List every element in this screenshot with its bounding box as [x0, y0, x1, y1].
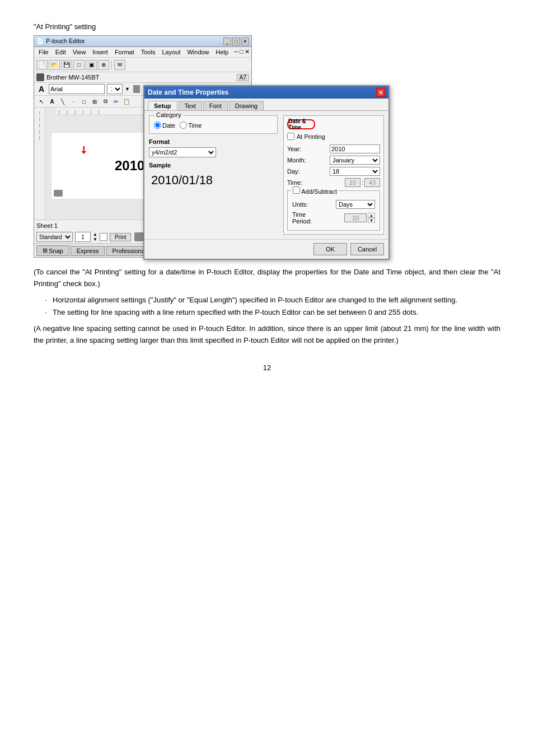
- win-max-btn[interactable]: □: [240, 48, 243, 56]
- tab-setup[interactable]: Setup: [148, 101, 177, 110]
- rect-tool[interactable]: □: [79, 97, 89, 106]
- red-arrow: ➘: [76, 143, 91, 157]
- period-down[interactable]: ▼: [368, 218, 375, 223]
- time-period-row: Time Period: ▲ ▼: [292, 211, 375, 225]
- snap-icon: ⊞: [43, 247, 48, 254]
- win-min-btn[interactable]: ─: [234, 48, 238, 56]
- sample-section: Sample 2010/01/18: [149, 162, 278, 191]
- font-size-select[interactable]: 18: [107, 84, 123, 94]
- add-subtract-box: Add/Subtract Units: Days Time Period:: [287, 190, 380, 231]
- dialog-right: Date & Time At Printing Year: Month: Jan…: [283, 115, 384, 235]
- time-radio[interactable]: Time: [180, 122, 202, 129]
- ok-button[interactable]: OK: [313, 243, 347, 255]
- express-tab[interactable]: Express: [71, 246, 105, 256]
- snap-tab[interactable]: ⊞ Snap: [36, 245, 69, 256]
- menu-insert[interactable]: Insert: [91, 48, 109, 56]
- tab-text[interactable]: Text: [179, 101, 202, 110]
- checkbox-icon[interactable]: [100, 233, 107, 241]
- month-select[interactable]: January: [330, 156, 380, 165]
- dialog-close-btn[interactable]: ✕: [376, 88, 385, 97]
- day-label: Day:: [287, 168, 315, 175]
- separator-icon: [133, 85, 140, 93]
- dialog-body: Category Date Time: [144, 111, 388, 239]
- open-btn[interactable]: 📂: [49, 60, 60, 70]
- menu-tools[interactable]: Tools: [140, 48, 157, 56]
- category-group: Category Date Time: [149, 115, 278, 134]
- restore-btn[interactable]: □: [232, 38, 240, 45]
- time-colon: :: [362, 179, 363, 186]
- tab-font[interactable]: Font: [203, 101, 228, 110]
- left-panel: | | | | |: [34, 108, 45, 220]
- year-label: Year:: [287, 146, 315, 152]
- year-row: Year:: [287, 144, 380, 153]
- menu-file[interactable]: File: [38, 48, 50, 56]
- date-radio[interactable]: Date: [154, 122, 175, 129]
- mail-btn[interactable]: ✉: [114, 60, 125, 70]
- units-select[interactable]: Days: [336, 200, 375, 209]
- time-hour[interactable]: [345, 178, 360, 187]
- paste-tool[interactable]: 📋: [121, 97, 132, 106]
- win-close-btn[interactable]: ✕: [245, 48, 250, 56]
- text-tool[interactable]: A: [47, 97, 57, 106]
- year-input[interactable]: [330, 144, 380, 153]
- dialog-tabs: Setup Text Font Drawing: [144, 99, 388, 111]
- app-window: 📄 P-touch Editor _ □ ✕ File Edit View In…: [34, 35, 252, 258]
- grid-tool[interactable]: ⊞: [90, 97, 100, 106]
- time-row: Time: :: [287, 178, 380, 187]
- tool-box3[interactable]: ⊕: [98, 60, 109, 70]
- menu-layout[interactable]: Layout: [161, 48, 181, 56]
- at-printing-label: At Printing: [297, 133, 325, 140]
- new-btn[interactable]: 📄: [36, 60, 48, 70]
- menu-view[interactable]: View: [72, 48, 87, 56]
- format-section: Format y4/m2/d2: [149, 138, 278, 157]
- category-radios: Date Time: [154, 122, 273, 129]
- time-period-input[interactable]: [344, 213, 367, 222]
- cut-tool[interactable]: ✂: [111, 97, 121, 106]
- line-tool[interactable]: ╲: [58, 97, 68, 106]
- copies-input[interactable]: [75, 232, 91, 242]
- cancel-button[interactable]: Cancel: [350, 243, 384, 255]
- format-select[interactable]: y4/m2/d2: [149, 147, 216, 157]
- menu-edit[interactable]: Edit: [54, 48, 67, 56]
- cursor-tool[interactable]: ↖: [36, 97, 46, 106]
- font-dropdown-btn[interactable]: ▼: [125, 86, 130, 92]
- at-printing-checkbox[interactable]: [287, 133, 294, 140]
- tool-sep1: [111, 60, 112, 69]
- main-toolbar: 📄 📂 💾 □ ▣ ⊕ ✉: [34, 58, 251, 72]
- date-time-dialog[interactable]: Date and Time Properties ✕ Setup Text Fo…: [143, 85, 390, 260]
- tool-box1[interactable]: □: [73, 60, 85, 70]
- menu-format[interactable]: Format: [114, 48, 135, 56]
- paragraph-1: (To cancel the "At Printing" setting for…: [34, 267, 500, 290]
- copies-spinner[interactable]: ▲ ▼: [93, 232, 97, 242]
- save-btn[interactable]: 💾: [61, 60, 72, 70]
- menu-window[interactable]: Window: [186, 48, 210, 56]
- month-label: Month:: [287, 157, 315, 164]
- menu-help[interactable]: Help: [215, 48, 230, 56]
- bullet-item-1: Horizontal alignment settings ("Justify"…: [45, 295, 500, 306]
- sample-label: Sample: [149, 162, 278, 169]
- category-label: Category: [154, 111, 184, 118]
- minimize-btn[interactable]: _: [223, 38, 231, 45]
- units-label: Units:: [292, 201, 320, 208]
- content-area: (To cancel the "At Printing" setting for…: [34, 267, 500, 347]
- ruler-v: | | | | |: [34, 108, 45, 139]
- day-select[interactable]: 18: [330, 167, 380, 176]
- font-name-input[interactable]: [49, 84, 105, 94]
- menubar: File Edit View Insert Format Tools Layou…: [34, 47, 251, 58]
- printer-icon: [36, 73, 44, 81]
- printer-row: Brother MW-145BT A7: [34, 72, 251, 83]
- day-row: Day: 18: [287, 167, 380, 176]
- time-min[interactable]: [364, 178, 380, 187]
- time-period-label: Time Period:: [292, 211, 320, 225]
- close-btn[interactable]: ✕: [241, 38, 249, 45]
- units-row: Units: Days: [292, 200, 375, 209]
- period-up[interactable]: ▲: [368, 213, 375, 218]
- tool-box2[interactable]: ▣: [86, 60, 97, 70]
- print-button[interactable]: Print: [110, 233, 132, 241]
- dot-tool[interactable]: ·: [68, 97, 78, 106]
- tab-drawing[interactable]: Drawing: [229, 101, 264, 110]
- paragraph-2: (A negative line spacing setting cannot …: [34, 323, 500, 347]
- copy-tool[interactable]: ⧉: [100, 97, 110, 106]
- add-subtract-checkbox[interactable]: [293, 186, 300, 194]
- standard-select[interactable]: Standard: [36, 232, 73, 242]
